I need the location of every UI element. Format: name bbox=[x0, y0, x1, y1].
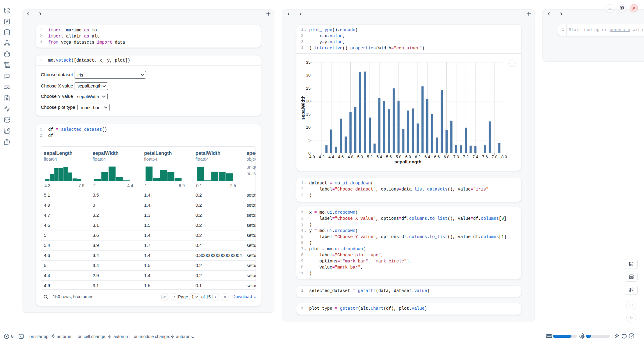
svg-text:10: 10 bbox=[306, 125, 310, 129]
svg-text:4.8: 4.8 bbox=[348, 154, 353, 159]
svg-text:sepalLength: sepalLength bbox=[395, 159, 421, 164]
svg-text:7.8: 7.8 bbox=[492, 154, 498, 159]
svg-text:8.0: 8.0 bbox=[501, 154, 507, 159]
svg-text:4.4: 4.4 bbox=[328, 154, 334, 159]
svg-text:7.2: 7.2 bbox=[463, 154, 469, 159]
svg-text:30: 30 bbox=[306, 73, 310, 77]
svg-text:5.8: 5.8 bbox=[396, 154, 402, 159]
svg-text:0: 0 bbox=[308, 151, 311, 155]
svg-text:7.0: 7.0 bbox=[453, 154, 459, 159]
svg-text:7.6: 7.6 bbox=[482, 154, 488, 159]
svg-text:6.4: 6.4 bbox=[424, 154, 430, 159]
svg-text:5.4: 5.4 bbox=[377, 154, 382, 159]
svg-text:25: 25 bbox=[306, 86, 310, 90]
svg-text:15: 15 bbox=[306, 112, 310, 116]
svg-text:5.0: 5.0 bbox=[357, 154, 363, 159]
svg-text:7.4: 7.4 bbox=[473, 154, 478, 159]
svg-text:5: 5 bbox=[308, 138, 311, 142]
svg-text:sepalWidth: sepalWidth bbox=[300, 95, 306, 120]
svg-text:6.2: 6.2 bbox=[415, 154, 421, 159]
svg-text:4.2: 4.2 bbox=[319, 154, 325, 159]
svg-text:5.6: 5.6 bbox=[386, 154, 392, 159]
svg-text:6.6: 6.6 bbox=[434, 154, 440, 159]
svg-text:4.6: 4.6 bbox=[338, 154, 344, 159]
svg-text:6.0: 6.0 bbox=[405, 154, 411, 159]
svg-text:20: 20 bbox=[306, 99, 310, 103]
svg-text:35: 35 bbox=[306, 60, 310, 64]
svg-text:5.2: 5.2 bbox=[367, 154, 373, 159]
svg-text:6.8: 6.8 bbox=[444, 154, 449, 159]
